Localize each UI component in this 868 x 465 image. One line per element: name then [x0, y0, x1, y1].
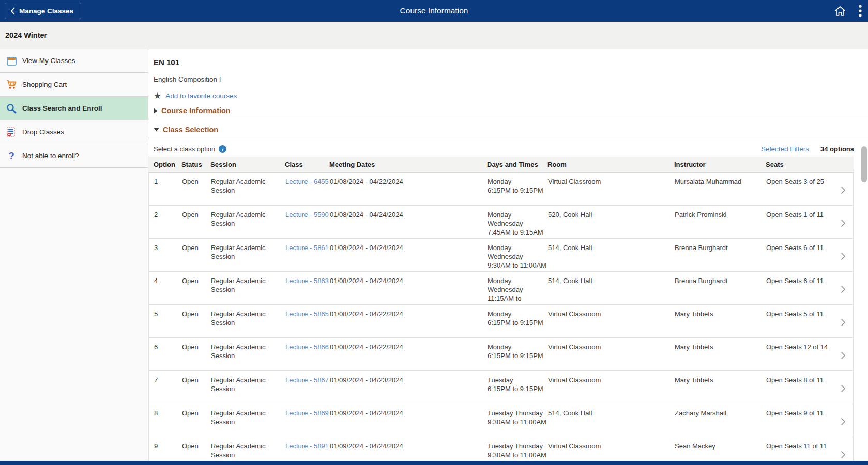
room-value: Virtual Classroom — [548, 371, 675, 404]
row-chevron-icon[interactable] — [841, 285, 846, 296]
session-value: Regular Academic Session — [211, 371, 285, 404]
select-class-option-prompt: Select a class option — [154, 145, 215, 153]
row-chevron-icon[interactable] — [841, 219, 846, 229]
favorite-row: ★ Add to favorite courses — [154, 91, 868, 100]
app-root: Manage Classes Course Information 2024 W… — [0, 0, 868, 465]
days-value: Tuesday Thursday — [488, 409, 548, 417]
instructor-value: Brenna Burghardt — [675, 239, 766, 271]
seats-value: Open Seats 5 of 11 — [766, 310, 824, 318]
class-link[interactable]: Lecture - 5861 — [285, 244, 329, 252]
seats-cell: Open Seats 5 of 11 — [766, 305, 854, 337]
term-bar: 2024 Winter — [0, 22, 868, 49]
column-header-option: Option — [148, 161, 181, 168]
class-option-row[interactable]: 5 Open Regular Academic Session Lecture … — [149, 305, 853, 338]
class-option-row[interactable]: 7 Open Regular Academic Session Lecture … — [149, 371, 853, 404]
add-to-favorites-link[interactable]: Add to favorite courses — [165, 92, 237, 100]
class-link[interactable]: Lecture - 6455 — [285, 178, 329, 185]
meeting-dates-value: 01/08/2024 - 04/22/2024 — [330, 173, 488, 205]
sidebar-item-label: View My Classes — [22, 57, 75, 65]
row-chevron-icon[interactable] — [841, 186, 846, 196]
class-option-row[interactable]: 1 Open Regular Academic Session Lecture … — [149, 173, 853, 206]
meeting-dates-value: 01/09/2024 - 04/23/2024 — [330, 371, 488, 404]
class-option-row[interactable]: 6 Open Regular Academic Session Lecture … — [149, 338, 853, 371]
class-link[interactable]: Lecture - 5863 — [285, 277, 329, 285]
vertical-scrollbar-thumb[interactable] — [861, 146, 867, 182]
times-value: 6:15PM to 9:15PM — [488, 384, 548, 393]
status-value: Open — [182, 437, 211, 461]
seats-value: Open Seats 6 of 11 — [766, 244, 824, 252]
class-link[interactable]: Lecture - 5869 — [285, 409, 329, 417]
column-header-session: Session — [210, 161, 285, 168]
section-divider — [148, 119, 868, 119]
class-option-row[interactable]: 8 Open Regular Academic Session Lecture … — [149, 404, 853, 437]
days-value: Monday — [488, 309, 548, 318]
times-value: 6:15PM to 9:15PM — [488, 351, 548, 360]
class-link[interactable]: Lecture - 5891 — [285, 442, 329, 450]
class-selection-section-toggle[interactable]: Class Selection — [154, 126, 868, 138]
times-value: 9:30AM to 11:00AM — [488, 451, 548, 459]
option-number: 7 — [149, 371, 182, 404]
body-region: View My Classes Shopping Cart — [0, 49, 868, 461]
class-option-row[interactable]: 2 Open Regular Academic Session Lecture … — [149, 206, 853, 239]
class-link[interactable]: Lecture - 5866 — [285, 343, 329, 351]
class-options-table: Option Status Session Class Meeting Date… — [148, 157, 854, 461]
course-information-section-toggle[interactable]: Course Information — [154, 106, 868, 119]
row-chevron-icon[interactable] — [841, 318, 846, 329]
seats-cell: Open Seats 8 of 11 — [766, 371, 854, 404]
home-button[interactable] — [834, 5, 846, 17]
sidebar-item-class-search-and-enroll[interactable]: Class Search and Enroll — [0, 97, 148, 120]
session-value: Regular Academic Session — [211, 239, 285, 271]
column-header-days-times: Days and Times — [487, 161, 547, 168]
seats-cell: Open Seats 12 of 14 — [766, 338, 854, 370]
status-value: Open — [182, 239, 211, 271]
course-name: English Composition I — [154, 75, 868, 83]
instructor-value: Patrick Prominski — [675, 206, 766, 238]
class-option-row[interactable]: 9 Open Regular Academic Session Lecture … — [149, 437, 853, 461]
selected-filters-link[interactable]: Selected Filters — [761, 145, 809, 153]
days-value: Monday Wednesday — [488, 210, 548, 228]
days-value: Monday Wednesday — [488, 243, 548, 261]
star-icon: ★ — [154, 91, 161, 100]
help-question-icon: ? — [6, 150, 17, 162]
sidebar-item-label: Drop Classes — [22, 128, 64, 136]
class-link[interactable]: Lecture - 5590 — [285, 211, 329, 219]
sidebar-item-view-my-classes[interactable]: View My Classes — [0, 49, 148, 73]
option-number: 5 — [149, 305, 182, 337]
option-number: 9 — [149, 437, 182, 461]
days-times-value: Monday 6:15PM to 9:15PM — [488, 338, 548, 370]
option-number: 6 — [149, 338, 182, 370]
sidebar-item-not-able-to-enroll[interactable]: ? Not able to enroll? — [0, 144, 148, 168]
status-value: Open — [182, 404, 211, 437]
row-chevron-icon[interactable] — [841, 351, 846, 362]
room-value: 514, Cook Hall — [548, 404, 675, 437]
class-link[interactable]: Lecture - 5867 — [285, 376, 329, 384]
row-chevron-icon[interactable] — [841, 451, 846, 461]
top-bar: Manage Classes Course Information — [0, 0, 868, 22]
status-value: Open — [182, 305, 211, 337]
days-value: Monday Wednesday — [488, 276, 548, 294]
sidebar-item-shopping-cart[interactable]: Shopping Cart — [0, 73, 148, 97]
days-value: Monday — [488, 343, 548, 351]
option-number: 3 — [149, 239, 182, 271]
room-value: 520, Cook Hall — [548, 206, 675, 238]
session-value: Regular Academic Session — [211, 206, 285, 238]
row-chevron-icon[interactable] — [841, 384, 846, 395]
seats-cell: Open Seats 3 of 25 — [766, 173, 854, 205]
actions-menu-button[interactable] — [859, 5, 862, 17]
column-header-instructor: Instructor — [674, 161, 766, 168]
seats-value: Open Seats 8 of 11 — [766, 376, 824, 384]
seats-value: Open Seats 3 of 25 — [766, 178, 824, 185]
room-value: 514, Cook Hall — [548, 239, 675, 271]
class-option-row[interactable]: 3 Open Regular Academic Session Lecture … — [149, 239, 853, 272]
days-value: Tuesday Thursday — [488, 442, 548, 451]
class-link[interactable]: Lecture - 5865 — [285, 310, 329, 318]
info-icon[interactable]: i — [219, 145, 226, 153]
times-value: 9:30AM to 11:00AM — [488, 417, 548, 426]
status-value: Open — [182, 173, 211, 205]
class-option-row[interactable]: 4 Open Regular Academic Session Lecture … — [149, 272, 853, 305]
sidebar-item-drop-classes[interactable]: Drop Classes — [0, 120, 148, 144]
row-chevron-icon[interactable] — [841, 252, 846, 262]
drop-classes-icon — [6, 127, 17, 137]
table-body: 1 Open Regular Academic Session Lecture … — [148, 173, 854, 461]
row-chevron-icon[interactable] — [841, 417, 846, 428]
